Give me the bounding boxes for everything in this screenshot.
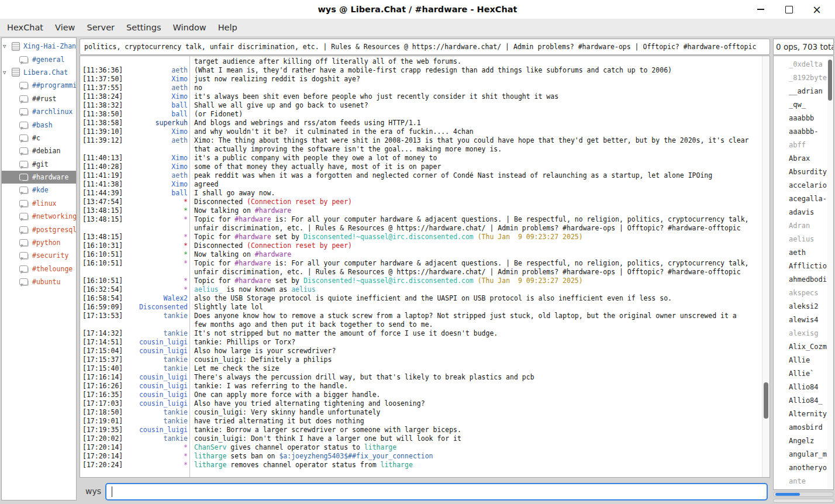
sidebar-item-security[interactable]: #security [2,249,76,262]
title-bar[interactable]: wys @ Libera.Chat / #hardware - HexChat … [0,0,835,19]
server-label: Libera.Chat [23,68,68,77]
user-list-item[interactable]: alewis4 [774,313,833,327]
channel-label: #bash [32,121,53,129]
chat-scrollbar-thumb[interactable] [764,382,768,419]
sidebar-item-kde[interactable]: #kde [2,184,76,196]
message-segment: is now known as [222,285,291,294]
close-icon: × [812,4,822,15]
user-list-item[interactable]: Affliction [774,260,833,273]
sidebar-item-xing-hai-zhan[interactable]: ▽Xing-Hai-Zhan [2,40,76,53]
user-list-item[interactable]: alexisg [774,327,833,340]
nick: tankie [127,364,188,373]
user-list-item[interactable]: ante [774,475,833,488]
user-list-item[interactable]: aelius [774,233,833,246]
user-list-item[interactable]: Allie [774,354,833,367]
timestamp: [17:14:32] [80,329,127,338]
chat-line: [17:20:14]*litharge sets ban on $a:joeyz… [80,452,762,461]
user-list-item[interactable]: Alix_Cozm [774,340,833,354]
menu-item-window[interactable]: Window [167,20,212,34]
menu-item-server[interactable]: Server [81,20,120,34]
expander-icon[interactable]: ▽ [3,43,12,49]
user-list-item[interactable]: Abrax [774,152,833,165]
message-segment: One can apply more force with a bigger h… [194,391,381,399]
user-list-item[interactable]: amosbird [774,421,833,434]
user-list-item[interactable]: Alternity [774,408,833,421]
user-list-item[interactable]: _8192byte [774,71,833,85]
message-segment: sets ban on [226,452,279,460]
user-list-item[interactable]: anotheryo [774,461,833,475]
chat-line: [16:10:31]*Disconnected (Connection rese… [80,241,762,250]
timestamp: [17:14:51] [80,338,127,347]
sidebar-item-libera-chat[interactable]: ▽Libera.Chat [2,66,76,79]
sidebar-item-git[interactable]: #git [2,158,76,171]
user-list-item[interactable]: adavis [774,206,833,219]
user-list-item[interactable]: _0xdelta [774,58,833,71]
message-segment: tankie: Phillips or Torx? [194,338,295,346]
menu-item-settings[interactable]: Settings [120,20,167,34]
topic-input[interactable]: politics, cryptocurrency talk, unfair di… [80,39,770,55]
expander-icon[interactable]: ▽ [3,70,12,75]
sidebar-item-python[interactable]: #python [2,236,76,249]
user-list-item[interactable]: Absurdity [774,165,833,179]
sidebar-item-programming[interactable]: ##programming [2,79,76,92]
user-list-item[interactable]: ahmedbodi [774,273,833,286]
userlist-horizontal-scrollbar[interactable] [773,492,834,497]
menu-item-view[interactable]: View [49,20,81,34]
userlist-horizontal-scrollbar-track[interactable] [773,499,834,503]
sidebar-item-debian[interactable]: #debian [2,144,76,157]
sidebar-item-c[interactable]: #c [2,132,76,144]
userlist-horizontal-scrollbar-thumb[interactable] [775,493,800,496]
user-list-item[interactable]: __adrian [774,85,833,98]
sidebar-item-bash[interactable]: #bash [2,118,76,131]
maximize-button[interactable] [779,0,799,19]
user-list-item[interactable]: aaabbb [774,112,833,125]
user-list-item[interactable]: abff [774,139,833,152]
minimize-button[interactable] [751,0,771,19]
nick [127,224,188,233]
user-list-item[interactable]: Allie` [774,367,833,381]
close-button[interactable]: × [807,0,827,19]
sidebar-item-postgresql[interactable]: #postgresql [2,223,76,236]
message-segment: gives channel operator status to [226,443,364,451]
sidebar-item-ubuntu[interactable]: #ubuntu [2,275,76,288]
chat-line: that actually improving the software isn… [80,145,762,154]
sidebar-item-networking[interactable]: #networking [2,210,76,223]
chat-scrollbar[interactable] [762,56,770,477]
chat-line: [17:20:02]tankiecousin_luigi: Don't thin… [80,434,762,443]
user-list-item[interactable]: Allio84_ [774,394,833,408]
user-list-item[interactable]: Angelz [774,434,833,448]
user-list-item[interactable]: acegalla- [774,192,833,206]
user-list-item[interactable]: aaabbb- [774,125,833,139]
user-list-item[interactable]: aeth [774,246,833,260]
sidebar-item-archlinux[interactable]: #archlinux [2,105,76,118]
event-star: * [127,250,188,259]
sidebar-item-rust[interactable]: ##rust [2,92,76,105]
user-list-item[interactable]: akspecs [774,286,833,300]
message-input[interactable] [105,483,768,500]
message: some of that money they actually have, m… [188,163,762,171]
nick: ball [127,189,188,198]
nick: aeth [127,136,188,145]
nick: Ximo [127,127,188,136]
menu-item-help[interactable]: Help [212,20,243,34]
userlist-scrollbar-thumb[interactable] [828,60,832,101]
sidebar-item-hardware[interactable]: #hardware [2,171,76,184]
nick [127,145,188,154]
event-star: * [127,206,188,215]
user-list-item[interactable]: Adran [774,219,833,233]
user-list-item[interactable]: angular_m [774,448,833,461]
user-list-item[interactable]: aleksi2 [774,300,833,313]
timestamp: [11:39:10] [80,127,127,136]
user-list-item[interactable]: Allio84 [774,381,833,394]
sidebar-item-linux[interactable]: #linux [2,197,76,210]
chat-line: [17:20:24]*litharge removes channel oper… [80,461,762,470]
menu-item-hexchat[interactable]: HexChat [1,20,49,34]
channel-icon [19,187,28,194]
sidebar-item-thelounge[interactable]: #thelounge [2,263,76,275]
channel-label: #general [32,56,64,64]
sidebar-item-general[interactable]: #general [2,53,76,65]
message-segment: also the USB Storage protocol is quiote … [194,294,672,302]
user-list-item[interactable]: accelario [774,179,833,192]
user-list-item[interactable]: _qw_ [774,98,833,112]
userlist-scrollbar[interactable] [827,56,833,489]
